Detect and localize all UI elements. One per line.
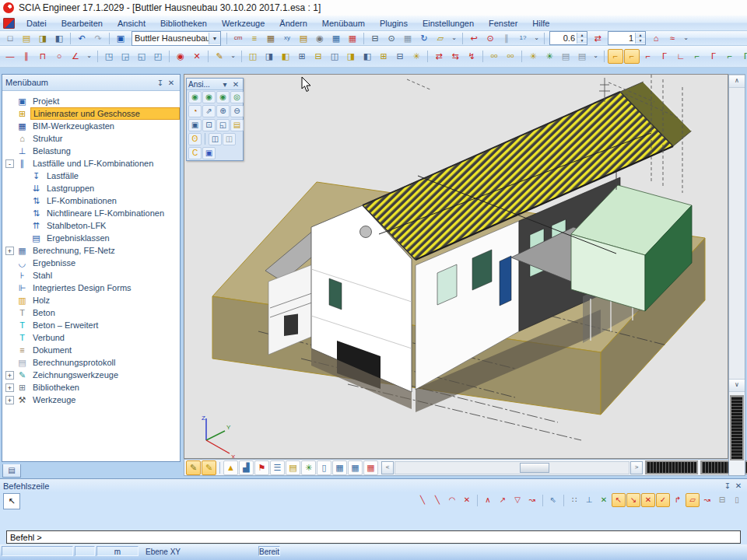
tree-item[interactable]: ▦ BIM-Werkzeugkasten (2, 120, 180, 132)
draw-overflow[interactable]: ⌄ (84, 49, 94, 64)
picture-wizard-button[interactable]: ▦ (348, 460, 363, 475)
close-icon[interactable]: ✕ (166, 79, 177, 87)
zoom-window-icon[interactable]: ▣ (188, 119, 202, 131)
tree-expander[interactable] (19, 197, 28, 205)
dot-grid-button[interactable]: ∷ (567, 493, 581, 507)
zoom-all-icon[interactable]: ⊡ (202, 119, 216, 131)
subsoil-button[interactable]: ⌐ (722, 49, 738, 64)
tree-item[interactable]: ▤ Ergebnisklassen (2, 232, 180, 244)
picture-gallery-button[interactable]: ▦ (332, 460, 347, 475)
tree-expander[interactable] (5, 135, 14, 143)
table-input-button[interactable]: ▤ (558, 49, 573, 64)
tree-expander[interactable] (5, 346, 14, 355)
trim-members-button[interactable]: ◨ (343, 49, 359, 64)
link-nodes-button[interactable]: ⊞ (294, 49, 310, 64)
node-link-button[interactable]: ⇆ (447, 49, 463, 64)
redo-button[interactable]: ↷ (90, 31, 106, 46)
tree-item[interactable]: ▥ Holz (2, 294, 180, 306)
table-results-button[interactable]: ▤ (574, 49, 590, 64)
tree-item[interactable]: ↧ Lastfälle (2, 170, 180, 182)
vertical-scrollbar-track[interactable] (729, 88, 745, 379)
tree-item[interactable]: ⇅ LF-Kombinationen (2, 194, 180, 207)
save-all-button[interactable]: ◧ (51, 31, 67, 46)
palette-header[interactable]: Ansi... ▾ ✕ (187, 79, 243, 90)
extend-members-button[interactable]: ◧ (359, 49, 375, 64)
tree-item[interactable]: + ▦ Berechnung, FE-Netz (2, 244, 180, 257)
zoom-in-icon[interactable]: ⊕ (216, 105, 230, 117)
view-x-icon[interactable]: ◉ (188, 91, 202, 103)
tree-item[interactable]: ⇈ Stahlbeton-LFK (2, 219, 180, 232)
snap-endpoints-button[interactable]: ↖ (612, 493, 626, 507)
tree-expander[interactable] (5, 334, 14, 342)
stepper-arrows[interactable]: ▲▼ (577, 33, 587, 44)
snap-line-button[interactable]: ╲ (416, 493, 430, 507)
support-fixed-button[interactable]: ⌐ (608, 49, 623, 64)
frames-button[interactable]: ▦ (328, 31, 344, 46)
merge-nodes-button[interactable]: oo (503, 49, 518, 64)
move-button[interactable]: ◱ (134, 49, 149, 64)
snap-curve-button[interactable]: ↝ (700, 493, 714, 507)
chevron-down-icon[interactable]: ▼ (209, 33, 220, 44)
connect-nodes-button[interactable]: oo (486, 49, 502, 64)
menu-item[interactable]: Bibliotheken (153, 17, 214, 30)
light-icon[interactable]: ʘ (188, 133, 202, 145)
rotate-control-bar-vertical[interactable] (730, 395, 744, 460)
panel-tab[interactable]: ▤ (2, 464, 21, 478)
tree-expander[interactable] (5, 359, 14, 367)
chevron-down-icon[interactable]: ▾ (219, 80, 230, 89)
tree-expander[interactable] (5, 110, 14, 118)
pin-view-button[interactable]: ↩ (466, 31, 482, 46)
print-preview-button[interactable]: ⊙ (384, 31, 399, 46)
close-icon[interactable]: ✕ (733, 481, 744, 490)
tree-expander[interactable]: + (5, 247, 14, 255)
menu-item[interactable]: Hilfe (525, 17, 556, 30)
model-viewport[interactable]: Z Y X Ansi... ▾ ✕ ◉◉◉◎ ◔⇗⊕⊖ ▣⊡◱▤ ʘ◫◫ C▣ (184, 74, 728, 459)
display-params-button[interactable]: ☰ (270, 460, 285, 475)
menu-item[interactable]: Plugins (373, 17, 415, 30)
tree-expander[interactable]: + (5, 396, 14, 404)
wrench-link-button[interactable]: ⇄ (431, 49, 447, 64)
labels-button[interactable]: ⚑ (254, 460, 269, 475)
tree-expander[interactable] (19, 184, 28, 193)
tree-expander[interactable] (5, 122, 14, 131)
scroll-up-button[interactable]: ∧ (729, 75, 745, 88)
tree-item[interactable]: ⊥ Belastung (2, 145, 180, 157)
view-axo-icon[interactable]: ◎ (230, 91, 244, 103)
snap-grid-button[interactable]: ▱ (686, 493, 700, 507)
tree-expander[interactable] (5, 97, 14, 106)
check-structure-button[interactable]: ◫ (245, 49, 261, 64)
horizontal-scrollbar-thumb[interactable] (520, 463, 549, 473)
tree-item[interactable]: + ⚒ Werkzeuge (2, 394, 180, 406)
tree-item[interactable]: ◡ Ergebnisse (2, 257, 180, 269)
print-button[interactable]: ⊟ (367, 31, 383, 46)
grid-settings-button[interactable]: ▦ (363, 460, 378, 475)
close-icon[interactable]: ✕ (230, 80, 241, 89)
tree-expander[interactable] (5, 259, 14, 268)
tree-item[interactable]: ⊦ Stahl (2, 269, 180, 282)
draw-parallel-button[interactable]: ∥ (19, 49, 34, 64)
unit-info-button[interactable]: 1? (515, 31, 531, 46)
support-hinged-button[interactable]: ⌐ (624, 49, 640, 64)
view-3d-icon[interactable]: ▣ (202, 147, 216, 159)
curve-button[interactable]: ↝ (525, 493, 539, 507)
menu-item[interactable]: Ansicht (110, 17, 153, 30)
snap-tangent-button[interactable]: ↱ (671, 493, 685, 507)
draw-angle-button[interactable]: ∠ (68, 49, 83, 64)
dimension-lines-button[interactable]: ∥ (499, 31, 514, 46)
polyline-button[interactable]: ∧ (481, 493, 495, 507)
tree-item[interactable]: ▣ Projekt (2, 95, 180, 107)
menu-item[interactable]: Fenster (482, 17, 524, 30)
draw-circle-button[interactable]: ○ (51, 49, 67, 64)
command-input[interactable] (6, 530, 741, 544)
spline-button[interactable]: ↗ (496, 493, 510, 507)
support-point-button[interactable]: ∟ (673, 49, 689, 64)
tree-item[interactable]: + ⊞ Bibliotheken (2, 381, 180, 394)
pin-icon[interactable]: ↧ (155, 79, 166, 87)
stepper-arrows[interactable]: ▲▼ (635, 33, 645, 44)
project-window-button[interactable]: ▣ (113, 31, 128, 46)
zoom-selection-icon[interactable]: ◱ (216, 119, 230, 131)
layers-button[interactable]: ≡ (247, 31, 262, 46)
tree-item[interactable]: + ✎ Zeichnungswerkzeuge (2, 369, 180, 381)
tree-item[interactable]: ⇅ Nichtlineare LF-Kombinationen (2, 207, 180, 219)
document-edit-button[interactable]: ▱ (433, 31, 448, 46)
